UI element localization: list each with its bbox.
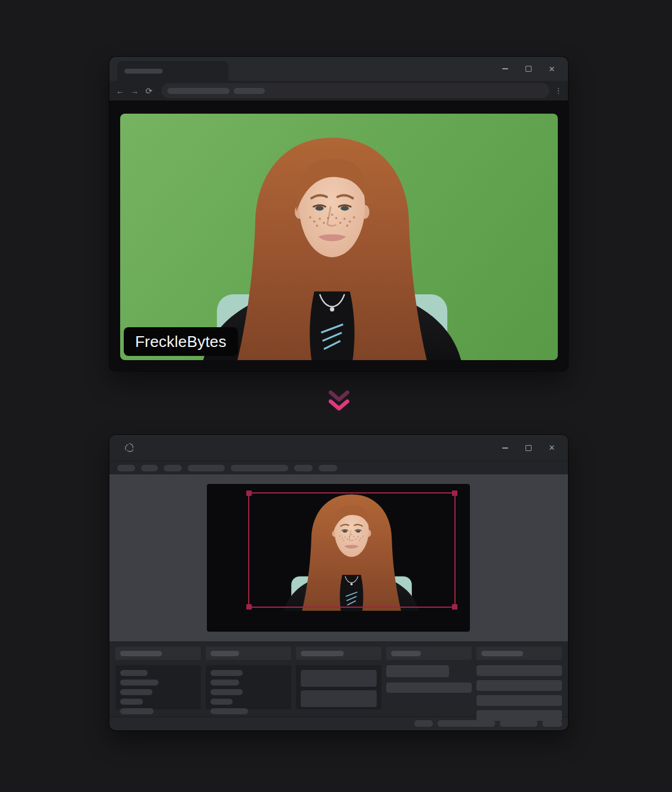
editor-window: ✕: [109, 435, 568, 730]
placeholder-bar: [210, 680, 239, 686]
placeholder-bar: [210, 651, 239, 656]
placeholder-bar: [164, 465, 182, 471]
panel-header[interactable]: [476, 647, 562, 660]
browser-content: FreckleBytes: [109, 100, 568, 371]
preview-canvas[interactable]: [207, 484, 470, 632]
browser-titlebar: ✕: [109, 57, 568, 81]
reload-icon[interactable]: ⟳: [145, 87, 153, 95]
placeholder-bar: [386, 683, 472, 693]
placeholder-bar: [117, 465, 135, 471]
minimize-icon[interactable]: [499, 441, 512, 455]
maximize-icon[interactable]: [522, 62, 535, 75]
placeholder-bar: [391, 651, 421, 656]
placeholder-bar: [210, 708, 248, 714]
panel-list[interactable]: [206, 665, 291, 709]
placeholder-bar: [301, 670, 377, 687]
window-controls: ✕: [499, 435, 558, 461]
minimize-icon[interactable]: [499, 62, 512, 75]
address-bar[interactable]: [161, 83, 549, 98]
close-icon[interactable]: ✕: [545, 62, 558, 75]
panel-header[interactable]: [206, 647, 291, 660]
double-chevron-down-icon: [328, 389, 350, 415]
selection-handle-top-left[interactable]: [246, 491, 252, 496]
placeholder-bar: [120, 708, 154, 714]
placeholder-bar: [301, 690, 377, 707]
dock-panel-controls: [476, 647, 562, 711]
close-icon[interactable]: ✕: [545, 441, 558, 455]
browser-tab[interactable]: [117, 61, 228, 81]
swirl-logo-icon: [124, 442, 135, 453]
placeholder-bar: [120, 651, 162, 656]
placeholder-bar: [294, 465, 313, 471]
editor-menubar[interactable]: [109, 461, 568, 474]
back-icon[interactable]: ←: [116, 87, 124, 95]
editor-dock: [109, 641, 568, 717]
dock-panel-sources: [206, 647, 291, 711]
dock-panel-scenes: [115, 647, 201, 711]
panel-controls[interactable]: [386, 665, 472, 709]
placeholder-bar: [167, 88, 230, 94]
webcam-video-feed: FreckleBytes: [120, 114, 558, 360]
placeholder-bar: [120, 680, 158, 686]
placeholder-bar: [141, 465, 158, 471]
panel-list[interactable]: [115, 665, 201, 709]
placeholder-bar: [319, 465, 337, 471]
placeholder-bar: [234, 88, 265, 94]
selection-handle-bottom-left[interactable]: [246, 604, 252, 610]
placeholder-bar: [500, 720, 537, 727]
selection-handle-top-right[interactable]: [452, 491, 457, 496]
woman-greenscreen-graphic: [181, 127, 483, 360]
placeholder-bar: [120, 699, 143, 705]
panel-buttons[interactable]: [476, 665, 562, 709]
placeholder-bar: [414, 720, 433, 727]
panel-header[interactable]: [296, 647, 381, 660]
panel-mixer-rows[interactable]: [296, 665, 381, 709]
browser-window: ✕ ← → ⟳ ⋮ FreckleBytes: [109, 57, 568, 371]
placeholder-bar: [386, 665, 449, 677]
tab-title-placeholder: [124, 69, 163, 74]
placeholder-bar: [301, 651, 344, 656]
overflow-menu-icon[interactable]: ⋮: [554, 87, 563, 95]
selection-handle-bottom-right[interactable]: [452, 604, 457, 610]
placeholder-bar: [210, 699, 233, 705]
placeholder-bar: [188, 465, 225, 471]
placeholder-bar: [120, 689, 152, 695]
placeholder-bar: [476, 695, 562, 706]
maximize-icon[interactable]: [522, 441, 535, 455]
forward-icon[interactable]: →: [130, 87, 139, 95]
window-controls: ✕: [499, 57, 558, 81]
crop-selection-rectangle[interactable]: [248, 492, 456, 608]
panel-header[interactable]: [115, 647, 201, 660]
editor-workspace: [109, 474, 568, 641]
placeholder-bar: [481, 651, 523, 656]
panel-header[interactable]: [386, 647, 472, 660]
placeholder-bar: [210, 670, 243, 676]
placeholder-bar: [476, 680, 562, 691]
browser-toolbar: ← → ⟳ ⋮: [109, 81, 568, 100]
dock-panel-transitions: [386, 647, 472, 711]
editor-titlebar: ✕: [109, 435, 568, 461]
video-name-badge: FreckleBytes: [124, 327, 238, 356]
placeholder-bar: [476, 665, 562, 676]
placeholder-bar: [542, 720, 562, 727]
placeholder-bar: [210, 689, 243, 695]
placeholder-bar: [476, 710, 562, 721]
dock-panel-mixer: [296, 647, 381, 711]
placeholder-bar: [120, 670, 148, 676]
page-background: ✕ ← → ⟳ ⋮ FreckleBytes: [0, 0, 672, 792]
placeholder-bar: [438, 720, 495, 727]
placeholder-bar: [231, 465, 288, 471]
